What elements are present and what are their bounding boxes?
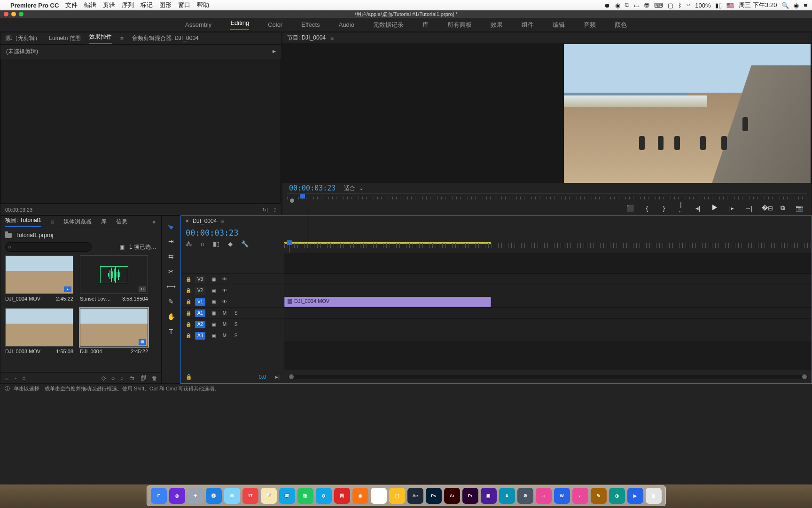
- dock-app-icon[interactable]: ✎: [591, 488, 607, 504]
- dock-app-icon[interactable]: 微: [297, 488, 313, 504]
- timeline-track-area[interactable]: DJI_0004.MOV: [284, 253, 812, 370]
- zoom-handle-left[interactable]: [289, 374, 294, 379]
- dock-app-icon[interactable]: Pr: [462, 488, 478, 504]
- program-timecode[interactable]: 00:00:03:23: [289, 184, 336, 192]
- dock-app-icon[interactable]: ◉: [352, 488, 368, 504]
- zoom-slider-icon[interactable]: ◇: [102, 375, 106, 381]
- zoom-window[interactable]: [19, 12, 23, 16]
- mute-button[interactable]: M: [221, 333, 228, 338]
- dock-app-icon[interactable]: 17: [242, 488, 258, 504]
- lock-icon[interactable]: 🔒: [186, 310, 190, 316]
- pen-tool[interactable]: ✎: [166, 297, 176, 306]
- tab-library[interactable]: 库: [101, 218, 107, 226]
- project-search-input[interactable]: [5, 242, 92, 252]
- thumbnail[interactable]: [5, 308, 73, 347]
- zoom-value[interactable]: 0.0: [259, 374, 266, 380]
- flag-icon[interactable]: 🇺🇸: [726, 2, 734, 9]
- siri-color-icon[interactable]: ◉: [794, 2, 799, 9]
- step-fwd-button[interactable]: |▸: [728, 205, 735, 212]
- app-name[interactable]: Premiere Pro CC: [10, 2, 59, 9]
- tab-audio-mixer[interactable]: 音频剪辑混合器: DJI_0004: [132, 34, 199, 42]
- menu-help[interactable]: 帮助: [197, 1, 209, 9]
- lock-icon[interactable]: 🔒: [186, 333, 190, 338]
- menu-file[interactable]: 文件: [65, 1, 78, 9]
- lane-v3[interactable]: [284, 273, 812, 285]
- mute-button[interactable]: M: [221, 310, 228, 316]
- ws-audio[interactable]: Audio: [339, 21, 354, 28]
- track-header-v1[interactable]: 🔒V1▣👁: [181, 296, 284, 307]
- ws-allpanels[interactable]: 所有面板: [447, 21, 472, 29]
- toggle-output-icon[interactable]: ▣: [210, 277, 217, 282]
- dock-app-icon[interactable]: 📝: [261, 488, 277, 504]
- tab-lumetri[interactable]: Lumetri 范围: [49, 34, 80, 42]
- timeline-playhead[interactable]: [287, 240, 292, 245]
- ws-assembly[interactable]: Assembly: [185, 21, 211, 28]
- ws-audio2[interactable]: 音频: [584, 21, 596, 29]
- dock-app-icon[interactable]: ◑: [609, 488, 625, 504]
- lane-a3[interactable]: [284, 330, 812, 341]
- timeline-timecode[interactable]: 00:00:03:23: [186, 228, 280, 238]
- track-select-tool[interactable]: ⇥: [166, 237, 176, 246]
- wifi-icon[interactable]: ⌔: [687, 2, 690, 9]
- toggle-output-icon[interactable]: ▣: [210, 333, 217, 338]
- lock-icon[interactable]: 🔒: [186, 299, 190, 304]
- track-header-a1[interactable]: 🔒A1▣MS: [181, 307, 284, 318]
- tab-source[interactable]: 源:（无剪辑）: [5, 34, 40, 42]
- project-tab-menu-icon[interactable]: ≡: [51, 219, 54, 225]
- marker-icon[interactable]: ◆: [228, 240, 233, 247]
- dock-app-icon[interactable]: ⬇: [499, 488, 515, 504]
- selection-tool[interactable]: [166, 222, 176, 231]
- slip-tool[interactable]: ⟷: [166, 282, 176, 291]
- sequence-name[interactable]: DJI_0004: [193, 218, 217, 224]
- export-frame-button[interactable]: 📷: [796, 205, 803, 212]
- lock-icon[interactable]: 🔒: [186, 277, 190, 282]
- new-item-icon[interactable]: 🗐: [141, 375, 146, 381]
- loop-icon[interactable]: ↻|: [262, 207, 268, 213]
- keyboard-icon[interactable]: ⌨: [654, 2, 663, 9]
- track-tag[interactable]: V1: [195, 298, 205, 306]
- close-window[interactable]: [4, 12, 8, 16]
- step-back-button[interactable]: ◂|: [694, 205, 702, 212]
- timeline-menu-icon[interactable]: ≡: [220, 218, 224, 224]
- ws-library[interactable]: 库: [422, 21, 429, 29]
- dropbox-icon[interactable]: ⧉: [625, 1, 629, 9]
- new-bin-icon[interactable]: 🗀: [129, 375, 135, 381]
- ws-effects[interactable]: Effects: [301, 21, 320, 28]
- eye-icon[interactable]: 👁: [221, 299, 228, 304]
- solo-button[interactable]: S: [233, 310, 239, 316]
- clock[interactable]: 周三 下午3:20: [739, 1, 777, 9]
- snap-toggle[interactable]: ⁂: [186, 240, 192, 247]
- razor-tool[interactable]: ✂: [166, 267, 176, 276]
- ws-metadata[interactable]: 元数据记录: [373, 21, 404, 29]
- track-header-a3[interactable]: 🔒A3▣MS: [181, 330, 284, 341]
- dock-app-icon[interactable]: Ps: [426, 488, 442, 504]
- dock-app-icon[interactable]: ♫: [572, 488, 588, 504]
- solo-button[interactable]: S: [233, 333, 239, 338]
- spotlight-icon[interactable]: 🔍: [781, 2, 789, 9]
- dock-app-icon[interactable]: Ai: [444, 488, 460, 504]
- lane-a1[interactable]: [284, 307, 812, 318]
- goto-next-edit-icon[interactable]: ▸|: [275, 374, 280, 380]
- hand-tool[interactable]: ✋: [166, 312, 176, 321]
- zoom-fit-dropdown[interactable]: 适合⌄: [344, 184, 364, 192]
- dock-app-icon[interactable]: Q: [316, 488, 332, 504]
- program-scrubber[interactable]: [287, 193, 807, 201]
- toggle-output-icon[interactable]: ▣: [210, 299, 217, 304]
- dock-app-icon[interactable]: ♫: [536, 488, 552, 504]
- dock-app-icon[interactable]: ▶: [627, 488, 643, 504]
- menu-marker[interactable]: 标记: [141, 1, 153, 9]
- dock-app-icon[interactable]: F: [151, 488, 167, 504]
- tab-menu-icon[interactable]: ≡: [120, 35, 124, 42]
- battery-pct[interactable]: 100%: [695, 2, 710, 9]
- track-tag[interactable]: A3: [195, 332, 205, 340]
- display-icon[interactable]: ▭: [634, 2, 640, 9]
- dock-app-icon[interactable]: 💬: [279, 488, 295, 504]
- lock-icon[interactable]: 🔒: [186, 322, 190, 327]
- mark-in-button[interactable]: {: [643, 205, 651, 212]
- bin-item[interactable]: ▸ DJI_0004.MOV2:45:22: [5, 255, 73, 302]
- delete-icon[interactable]: 🗑: [152, 375, 157, 381]
- track-tag[interactable]: V2: [195, 287, 205, 294]
- type-tool[interactable]: T: [166, 327, 176, 336]
- ws-fx[interactable]: 效果: [491, 21, 503, 29]
- sort-icon[interactable]: ⟐: [111, 375, 115, 381]
